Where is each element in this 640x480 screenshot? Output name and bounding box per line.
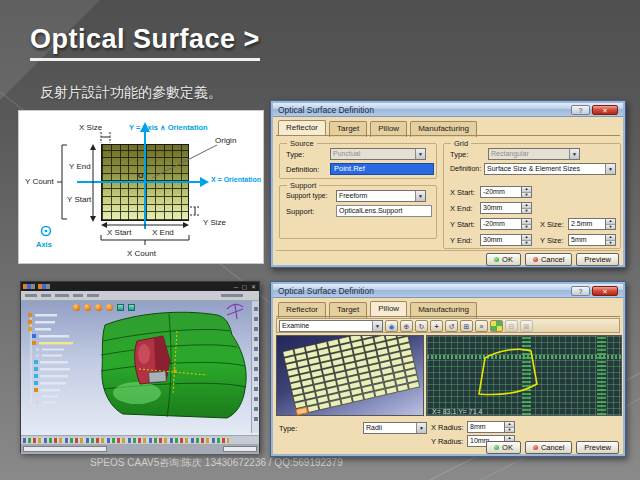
help-button[interactable]: ? — [571, 105, 590, 115]
menu-item[interactable] — [87, 294, 99, 297]
toolbar-icons-strip[interactable] — [23, 438, 229, 443]
toolbar-icon[interactable] — [254, 387, 258, 391]
bottom-toolbar[interactable] — [21, 435, 259, 444]
spin-down-icon[interactable]: ▼ — [522, 225, 531, 230]
x-start-spinner[interactable]: -20mm ▲▼ — [480, 186, 532, 198]
tab-reflector[interactable]: Reflector — [278, 120, 326, 136]
support-group: Support Support type: Freeform ▼ Support… — [279, 185, 437, 239]
catia-menubar[interactable] — [21, 291, 259, 301]
x-end-spinner[interactable]: 30mm ▲▼ — [480, 202, 532, 214]
spin-down-icon[interactable]: ▼ — [606, 241, 615, 246]
dropdown-arrow-icon[interactable]: ▼ — [415, 149, 425, 159]
toolbar-icon[interactable] — [254, 367, 258, 371]
zoom-icon[interactable]: ⊕ — [400, 320, 413, 332]
grid-type-dropdown[interactable]: Rectangular ▼ — [488, 148, 580, 160]
toolbar-icon[interactable] — [254, 327, 258, 331]
toolbar-icon[interactable] — [254, 397, 258, 401]
right-toolbar[interactable] — [251, 301, 259, 433]
orbit-icon[interactable]: ↺ — [445, 320, 458, 332]
toolbar-icon[interactable] — [128, 304, 135, 311]
grid-definition-dropdown[interactable]: Surface Size & Element Sizes ▼ — [484, 163, 616, 175]
x-size-value: 2.5mm — [568, 218, 605, 230]
dialog-title: Optical Surface Definition — [278, 286, 374, 296]
dialog-titlebar[interactable]: Optical Surface Definition ? ✕ — [273, 284, 623, 298]
dialog-titlebar[interactable]: Optical Surface Definition ? ✕ — [273, 103, 623, 117]
spinner-arrows[interactable]: ▲▼ — [605, 234, 616, 246]
spinner-arrows[interactable]: ▲▼ — [521, 186, 532, 198]
help-button[interactable]: ? — [571, 286, 590, 296]
close-button[interactable]: ✕ — [592, 286, 618, 296]
preview-button[interactable]: Preview — [576, 253, 619, 266]
toolbar-icon[interactable] — [95, 304, 102, 311]
spinner-arrows[interactable]: ▲▼ — [504, 421, 515, 433]
presentation-slide: Optical Surface > 反射片設計功能的參數定義。 SPEOS CA… — [0, 0, 640, 480]
dropdown-arrow-icon[interactable]: ▼ — [416, 423, 426, 433]
menu-item[interactable] — [73, 294, 83, 297]
floating-toolbar[interactable] — [73, 304, 135, 311]
toolbar-icon[interactable] — [254, 357, 258, 361]
source-definition-field[interactable]: Point.Ref — [330, 163, 434, 175]
spinner-arrows[interactable]: ▲▼ — [605, 218, 616, 230]
x-size-spinner[interactable]: 2.5mm ▲▼ — [568, 218, 616, 230]
view-mode-dropdown[interactable]: Examine ▼ — [279, 320, 383, 332]
spinner-arrows[interactable]: ▲▼ — [521, 234, 532, 246]
power-input-field[interactable] — [223, 446, 257, 452]
zoom-window-icon[interactable]: ⊞ — [460, 320, 473, 332]
catia-viewport[interactable] — [21, 301, 259, 435]
spinner-arrows[interactable]: ▲▼ — [521, 218, 532, 230]
support-input[interactable]: OpticalLens.Support — [336, 205, 432, 217]
dropdown-arrow-icon[interactable]: ▼ — [605, 164, 615, 174]
toolbar-icon[interactable] — [84, 304, 91, 311]
cancel-button[interactable]: Cancel — [525, 253, 572, 266]
close-button[interactable]: ✕ — [592, 105, 618, 115]
toolbar-icon[interactable] — [254, 417, 258, 421]
support-type-dropdown[interactable]: Freeform ▼ — [336, 190, 426, 202]
source-type-dropdown[interactable]: Punctual ▼ — [330, 148, 426, 160]
preview-button[interactable]: Preview — [576, 441, 619, 454]
menu-item[interactable] — [221, 294, 243, 297]
ok-button[interactable]: OK — [486, 441, 521, 454]
toolbar-icon[interactable] — [254, 307, 258, 311]
window-controls-icons[interactable]: ─ ▢ ✕ — [234, 283, 257, 290]
ok-button[interactable]: OK — [486, 253, 521, 266]
grid-display-icon[interactable] — [490, 320, 503, 332]
support-type-value: Freeform — [337, 191, 415, 201]
tab-pillow[interactable]: Pillow — [370, 301, 407, 317]
dropdown-arrow-icon[interactable]: ▼ — [415, 191, 425, 201]
toolbar-icon[interactable] — [106, 304, 113, 311]
toolbar-icon[interactable] — [254, 407, 258, 411]
menu-item[interactable] — [55, 294, 69, 297]
dropdown-arrow-icon[interactable]: ▼ — [569, 149, 579, 159]
y-start-spinner[interactable]: -20mm ▲▼ — [480, 218, 532, 230]
x-end-label: X End — [152, 228, 174, 237]
pillow-type-dropdown[interactable]: Radii ▼ — [363, 422, 427, 434]
toolbar-icon[interactable] — [254, 377, 258, 381]
spinner-arrows[interactable]: ▲▼ — [521, 202, 532, 214]
profile-grid-viewport[interactable]: X= 83.1 Y= 71.4 — [426, 335, 622, 416]
toolbar-icon[interactable] — [254, 317, 258, 321]
toolbar-icon[interactable] — [117, 304, 124, 311]
toolbar-icon[interactable] — [254, 337, 258, 341]
catia-titlebar[interactable]: ─ ▢ ✕ — [21, 282, 259, 291]
y-size-spinner[interactable]: 5mm ▲▼ — [568, 234, 616, 246]
spin-down-icon[interactable]: ▼ — [522, 193, 531, 198]
x-radius-spinner[interactable]: 8mm ▲▼ — [467, 421, 515, 433]
pan-icon[interactable]: + — [430, 320, 443, 332]
dropdown-arrow-icon[interactable]: ▼ — [372, 321, 382, 331]
pillow-mesh-viewport[interactable] — [276, 335, 424, 416]
spin-down-icon[interactable]: ▼ — [505, 428, 514, 433]
fit-all-icon[interactable]: ◉ — [385, 320, 398, 332]
toolbar-icon[interactable] — [254, 347, 258, 351]
spin-down-icon[interactable]: ▼ — [606, 225, 615, 230]
rotate-view-icon[interactable]: ↻ — [415, 320, 428, 332]
toolbar-icon[interactable] — [73, 304, 80, 311]
cursor-coordinates-readout: X= 83.1 Y= 71.4 — [432, 408, 482, 415]
y-end-spinner[interactable]: 30mm ▲▼ — [480, 234, 532, 246]
more-icon[interactable]: » — [475, 320, 488, 332]
status-message-box — [23, 446, 107, 452]
spin-down-icon[interactable]: ▼ — [522, 209, 531, 214]
cancel-button[interactable]: Cancel — [525, 441, 572, 454]
spin-down-icon[interactable]: ▼ — [522, 241, 531, 246]
menu-item[interactable] — [25, 294, 37, 297]
menu-item[interactable] — [41, 294, 51, 297]
